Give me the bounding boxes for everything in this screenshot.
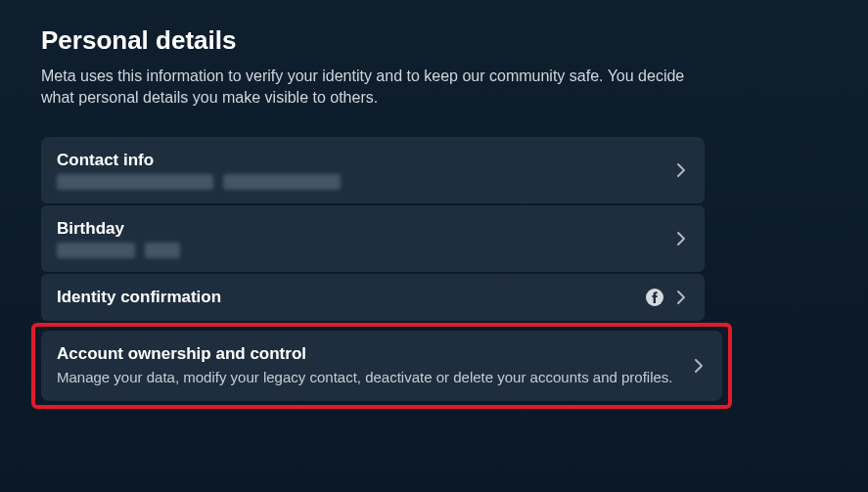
birthday-item[interactable]: Birthday bbox=[41, 205, 705, 272]
item-content: Account ownership and control Manage you… bbox=[57, 344, 679, 387]
account-ownership-item[interactable]: Account ownership and control Manage you… bbox=[41, 331, 722, 401]
item-content: Identity confirmation bbox=[57, 288, 634, 307]
chevron-right-icon bbox=[673, 162, 689, 178]
settings-list: Contact info Birthday bbox=[41, 137, 705, 409]
redacted-birthday-value bbox=[57, 243, 662, 258]
highlight-annotation: Account ownership and control Manage you… bbox=[31, 323, 732, 409]
identity-confirmation-item[interactable]: Identity confirmation bbox=[41, 274, 705, 321]
item-title: Birthday bbox=[57, 219, 662, 239]
chevron-right-icon bbox=[691, 358, 707, 374]
page-title: Personal details bbox=[41, 25, 827, 56]
item-description: Manage your data, modify your legacy con… bbox=[57, 368, 679, 387]
redacted-contact-value bbox=[57, 174, 662, 190]
personal-details-page: Personal details Meta uses this informat… bbox=[0, 0, 868, 434]
chevron-right-icon bbox=[673, 290, 689, 305]
item-content: Birthday bbox=[57, 219, 662, 258]
item-title: Contact info bbox=[57, 151, 662, 170]
facebook-icon bbox=[646, 289, 663, 306]
item-content: Contact info bbox=[57, 151, 662, 190]
item-title: Identity confirmation bbox=[57, 288, 634, 307]
chevron-right-icon bbox=[673, 231, 689, 246]
contact-info-item[interactable]: Contact info bbox=[41, 137, 705, 203]
item-title: Account ownership and control bbox=[57, 344, 679, 364]
page-subtitle: Meta uses this information to verify you… bbox=[41, 66, 707, 110]
